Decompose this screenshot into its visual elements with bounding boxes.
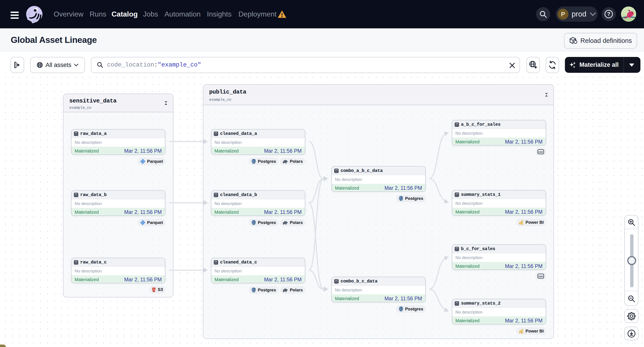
svg-text:csv: csv (538, 150, 543, 153)
svg-text:csv: csv (538, 275, 543, 278)
